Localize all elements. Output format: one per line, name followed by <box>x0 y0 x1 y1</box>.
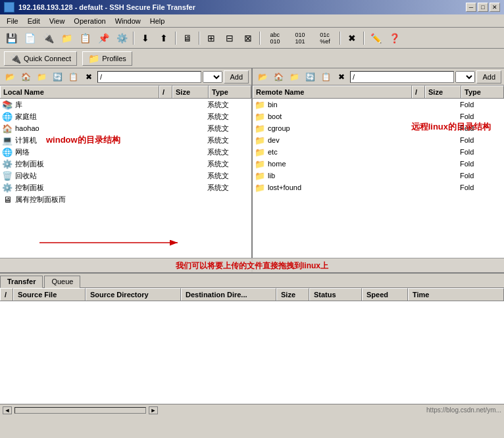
settings-button[interactable]: ⚙️ <box>113 30 130 46</box>
th-dest-dir[interactable]: Destination Dire... <box>181 288 276 301</box>
left-col-name[interactable]: Local Name <box>0 85 159 98</box>
right-file-7[interactable]: 📁 lost+found Fold <box>253 182 504 193</box>
left-file-3[interactable]: 💻 计算机 系统文 <box>0 134 251 146</box>
th-slash[interactable]: / <box>0 288 13 301</box>
right-file-4[interactable]: 📁 etc Fold <box>253 146 504 158</box>
menu-window[interactable]: Window <box>111 16 145 26</box>
tab-queue[interactable]: Queue <box>44 276 80 288</box>
left-col-type[interactable]: Type <box>209 85 251 98</box>
left-open-folder-button[interactable]: 📂 <box>3 70 17 84</box>
left-file-name-6: 回收站 <box>15 171 171 181</box>
right-file-type-6: Fold <box>460 172 503 180</box>
th-status[interactable]: Status <box>309 288 362 301</box>
left-file-list[interactable]: 📚 库 系统文 🌐 家庭组 系统文 🏠 haohao 系统文 💻 计算机 <box>0 99 251 272</box>
right-panel-toolbar: 📂 🏠 📁 🔄 📋 ✖ Add <box>253 68 504 85</box>
right-path-dropdown[interactable] <box>455 71 475 83</box>
left-folder2-button[interactable]: 📁 <box>34 70 49 84</box>
left-file-2[interactable]: 🏠 haohao 系统文 <box>0 122 251 134</box>
left-file-0[interactable]: 📚 库 系统文 <box>0 99 251 110</box>
profiles-button[interactable]: 📁 Profiles <box>82 51 132 66</box>
left-path-dropdown[interactable] <box>203 71 222 83</box>
left-refresh-button[interactable]: 🔄 <box>50 70 64 84</box>
right-file-list[interactable]: 📁 bin Fold 📁 boot Fold 📁 cgroup Fold 📁 d… <box>253 99 504 272</box>
right-delete-button[interactable]: ✖ <box>334 70 349 84</box>
right-file-name-0: bin <box>268 101 424 109</box>
menu-operation[interactable]: Operation <box>70 16 109 26</box>
right-col-size[interactable]: Size <box>425 85 461 98</box>
left-home-button[interactable]: 🏠 <box>18 70 33 84</box>
left-file-6[interactable]: 🗑️ 回收站 系统文 <box>0 170 251 182</box>
right-folder2-button[interactable]: 📁 <box>287 70 301 84</box>
tab-transfer[interactable]: Transfer <box>0 276 43 288</box>
right-col-name[interactable]: Remote Name <box>253 85 412 98</box>
scroll-right-button[interactable]: ► <box>149 406 158 414</box>
x-button[interactable]: ✖ <box>343 30 361 46</box>
right-open-folder-button[interactable]: 📂 <box>255 70 270 84</box>
right-file-5[interactable]: 📁 home Fold <box>253 158 504 170</box>
paste-button[interactable]: 📌 <box>95 30 112 46</box>
left-file-1[interactable]: 🌐 家庭组 系统文 <box>0 110 251 122</box>
th-time[interactable]: Time <box>408 288 504 301</box>
hex2-button[interactable]: 01c%ef <box>313 30 337 46</box>
rfolder-icon-3: 📁 <box>254 135 266 145</box>
th-source-dir[interactable]: Source Directory <box>86 288 181 301</box>
scroll-left-button[interactable]: ◄ <box>3 406 12 414</box>
quickconnect-bar: 🔌 Quick Connect 📁 Profiles <box>0 49 504 68</box>
hex-button[interactable]: 010101 <box>288 30 312 46</box>
left-col-size[interactable]: Size <box>172 85 209 98</box>
right-col-slash[interactable]: / <box>412 85 425 98</box>
new-button[interactable]: 📄 <box>21 30 38 46</box>
th-source-file[interactable]: Source File <box>13 288 86 301</box>
up-button[interactable]: ⬆ <box>155 30 172 46</box>
right-file-3[interactable]: 📁 dev Fold <box>253 134 504 146</box>
left-file-name-0: 库 <box>15 100 171 110</box>
close-button[interactable]: ✕ <box>490 3 500 12</box>
grid2-button[interactable]: ⊟ <box>221 30 238 46</box>
right-add-button[interactable]: Add <box>476 70 501 84</box>
left-add-button[interactable]: Add <box>224 70 249 84</box>
left-file-5[interactable]: ⚙️ 控制面板 系统文 <box>0 158 251 170</box>
menu-help[interactable]: Help <box>146 16 169 26</box>
right-new-folder-button[interactable]: 📋 <box>318 70 333 84</box>
left-file-7[interactable]: ⚙️ 控制面板 系统文 <box>0 182 251 193</box>
minimize-button[interactable]: ─ <box>466 3 476 12</box>
left-col-slash[interactable]: / <box>159 85 172 98</box>
right-path-input[interactable] <box>350 71 454 83</box>
right-file-1[interactable]: 📁 boot Fold <box>253 110 504 122</box>
left-file-type-4: 系统文 <box>207 147 250 157</box>
screen-button[interactable]: 🖥 <box>179 30 196 46</box>
help-button[interactable]: ❓ <box>386 30 403 46</box>
right-col-type[interactable]: Type <box>461 85 504 98</box>
save-button[interactable]: 💾 <box>3 30 20 46</box>
left-delete-button[interactable]: ✖ <box>82 70 96 84</box>
left-new-folder-button[interactable]: 📋 <box>66 70 80 84</box>
right-file-0[interactable]: 📁 bin Fold <box>253 99 504 110</box>
menu-file[interactable]: File <box>3 16 22 26</box>
connect-button[interactable]: 🔌 <box>39 30 57 46</box>
th-speed[interactable]: Speed <box>362 288 408 301</box>
folder-button[interactable]: 📁 <box>58 30 75 46</box>
maximize-button[interactable]: □ <box>478 3 488 12</box>
menu-view[interactable]: View <box>45 16 69 26</box>
folder-icon-1: 🌐 <box>1 111 13 122</box>
down-button[interactable]: ⬇ <box>137 30 154 46</box>
right-file-6[interactable]: 📁 lib Fold <box>253 170 504 182</box>
abc-button[interactable]: abc010 <box>263 30 287 46</box>
quick-connect-button[interactable]: 🔌 Quick Connect <box>4 51 77 66</box>
th-size[interactable]: Size <box>276 288 309 301</box>
menu-edit[interactable]: Edit <box>24 16 44 26</box>
copy-button[interactable]: 📋 <box>76 30 93 46</box>
left-file-4[interactable]: 🌐 网络 系统文 <box>0 146 251 158</box>
left-file-name-5: 控制面板 <box>15 159 171 169</box>
quick-connect-icon: 🔌 <box>10 53 21 64</box>
right-home-button[interactable]: 🏠 <box>271 70 286 84</box>
horizontal-scrollbar[interactable] <box>14 407 146 414</box>
left-file-8[interactable]: 🖥 属有控制面板而 <box>0 193 251 205</box>
right-refresh-button[interactable]: 🔄 <box>303 70 317 84</box>
pen-button[interactable]: ✏️ <box>367 30 384 46</box>
grid3-button[interactable]: ⊠ <box>239 30 257 46</box>
right-file-2[interactable]: 📁 cgroup Fold <box>253 122 504 134</box>
left-path-input[interactable] <box>97 71 201 83</box>
left-file-type-5: 系统文 <box>207 159 250 169</box>
grid1-button[interactable]: ⊞ <box>203 30 220 46</box>
